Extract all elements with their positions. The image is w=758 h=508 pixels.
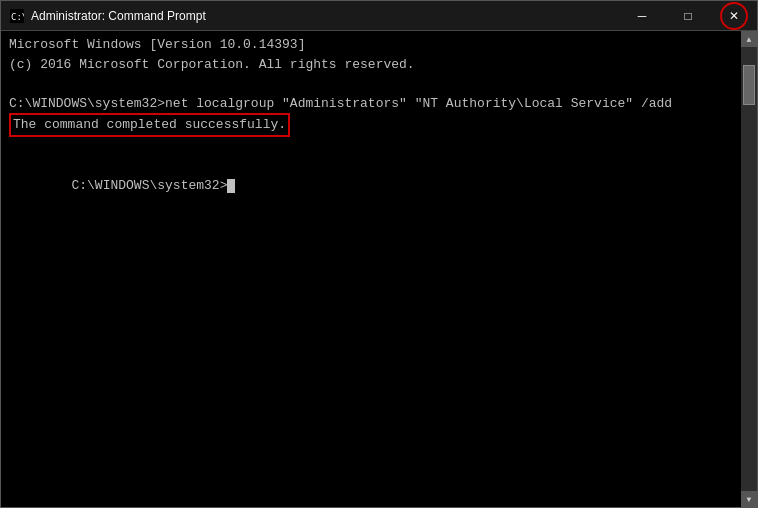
console-line-2: (c) 2016 Microsoft Corporation. All righ… xyxy=(9,55,733,75)
cmd-window: C:\ Administrator: Command Prompt ─ □ ✕ … xyxy=(0,0,758,508)
svg-text:C:\: C:\ xyxy=(11,12,24,22)
title-bar-left: C:\ Administrator: Command Prompt xyxy=(9,8,206,24)
scrollbar-thumb[interactable] xyxy=(743,65,755,105)
close-button[interactable]: ✕ xyxy=(711,1,757,31)
console-prompt-line: C:\WINDOWS\system32> xyxy=(9,156,733,215)
cmd-icon: C:\ xyxy=(9,8,25,24)
console-highlighted-line: The command completed successfully. xyxy=(9,113,733,137)
scrollbar-down-arrow[interactable]: ▼ xyxy=(741,491,757,507)
console-line-1: Microsoft Windows [Version 10.0.14393] xyxy=(9,35,733,55)
maximize-button[interactable]: □ xyxy=(665,1,711,31)
console-content: Microsoft Windows [Version 10.0.14393] (… xyxy=(9,35,749,215)
minimize-button[interactable]: ─ xyxy=(619,1,665,31)
scrollbar-up-arrow[interactable]: ▲ xyxy=(741,31,757,47)
window-title: Administrator: Command Prompt xyxy=(31,9,206,23)
title-bar: C:\ Administrator: Command Prompt ─ □ ✕ xyxy=(1,1,757,31)
scrollbar-vertical[interactable]: ▲ ▼ xyxy=(741,31,757,507)
console-line-4: C:\WINDOWS\system32>net localgroup "Admi… xyxy=(9,94,733,114)
window-controls: ─ □ ✕ xyxy=(619,1,757,31)
console-area: Microsoft Windows [Version 10.0.14393] (… xyxy=(1,31,757,507)
console-success-message: The command completed successfully. xyxy=(9,113,290,137)
console-line-blank-1 xyxy=(9,74,733,94)
scrollbar-track[interactable] xyxy=(741,47,757,491)
console-line-blank-2 xyxy=(9,137,733,157)
cursor-blink xyxy=(227,179,235,193)
